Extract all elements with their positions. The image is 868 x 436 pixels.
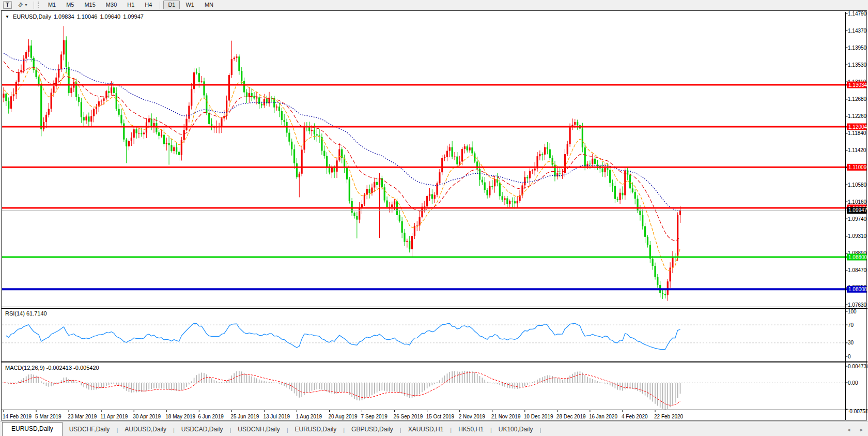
- timeframe-button-mn[interactable]: MN: [200, 1, 218, 9]
- ohlc-high: 1.10046: [77, 13, 98, 20]
- price-tick-label: 1.11420: [848, 147, 866, 153]
- chevron-down-icon: ▼: [24, 3, 28, 7]
- timeframe-button-m15[interactable]: M15: [80, 1, 100, 9]
- price-tick-label: 1.09310: [848, 233, 867, 239]
- date-tick-label: 13 Jul 2019: [263, 414, 290, 419]
- rsi-tick-label: 100: [848, 309, 857, 314]
- rsi-tick-label: 0: [848, 354, 851, 359]
- level-price-label: 1.08800: [848, 254, 867, 260]
- date-tick-label: 5 Mar 2019: [35, 414, 61, 419]
- price-tick-label: 1.08470: [848, 267, 867, 273]
- chart-tab-audusd-daily[interactable]: AUDUSD,Daily: [118, 424, 173, 436]
- level-price-label: 1.13034: [848, 82, 867, 88]
- price-tick-label: 1.07630: [848, 302, 867, 308]
- rsi-pane[interactable]: [2, 323, 848, 350]
- price-tick-label: 1.14790: [848, 11, 867, 17]
- timeframe-button-h1[interactable]: H1: [122, 1, 139, 9]
- ohlc-close: 1.09947: [123, 13, 144, 20]
- price-tick-label: 1.13950: [848, 45, 867, 51]
- candles-layer: [3, 26, 681, 300]
- macd-tick-label: -0.00758: [848, 409, 867, 414]
- macd-tick-label: 0.00: [848, 380, 858, 386]
- chart-tab-uk100-daily[interactable]: UK100,Daily: [492, 424, 540, 436]
- price-scale[interactable]: 1.147901.143701.139501.135301.131101.126…: [846, 11, 868, 420]
- toolbar-separator: [160, 2, 160, 9]
- date-tick-label: 18 May 2019: [165, 414, 195, 419]
- price-tick-label: 1.10580: [848, 182, 867, 188]
- chart-canvas[interactable]: 1.147901.143701.139501.135301.131101.126…: [2, 11, 867, 421]
- chart-tab-hk50-h1[interactable]: HK50,H1: [452, 424, 490, 436]
- trading-terminal: { "toolbar": { "text_tool_label": "T", "…: [0, 0, 868, 436]
- date-tick-label: 6 Jun 2019: [198, 414, 224, 419]
- level-price-label: 1.12004: [848, 124, 867, 130]
- diagonal-arrows-icon: ⇄: [16, 1, 24, 9]
- chart-tab-xauusd-h1[interactable]: XAUUSD,H1: [401, 424, 451, 436]
- arrow-objects-button[interactable]: ⇄ ▼: [16, 2, 30, 8]
- toolbar-separator: [34, 2, 34, 9]
- price-tick-label: 1.10160: [848, 199, 867, 205]
- date-tick-label: 14 Feb 2019: [3, 414, 32, 419]
- timeframe-button-m1[interactable]: M1: [43, 1, 60, 9]
- date-tick-label: 25 Jun 2019: [230, 414, 259, 419]
- tab-separator: |: [539, 427, 541, 436]
- rsi-tick-label: 30: [848, 340, 854, 345]
- text-tool-button[interactable]: T: [1, 1, 14, 9]
- chart-tab-gbpusd-daily[interactable]: GBPUSD,Daily: [345, 424, 400, 436]
- chart-tab-usdcnh-daily[interactable]: USDCNH,Daily: [231, 424, 286, 436]
- price-tick-label: 1.12680: [848, 96, 867, 102]
- price-tick-label: 1.12260: [848, 113, 867, 119]
- date-tick-label: 20 Aug 2019: [329, 414, 358, 419]
- date-tick-label: 26 Sep 2019: [394, 414, 423, 419]
- timeframe-button-group: M1M5M15M30H1H4D1W1MN: [43, 1, 219, 9]
- chart-tab-usdchf-daily[interactable]: USDCHF,Daily: [63, 424, 117, 436]
- date-tick-label: 2 Nov 2019: [459, 414, 486, 419]
- chart-title: ▼ EURUSD,Daily 1.09834 1.10046 1.09640 1…: [5, 13, 144, 20]
- date-tick-label: 4 Feb 2020: [622, 414, 648, 419]
- rsi-tick-label: 70: [848, 322, 854, 328]
- price-pane[interactable]: [3, 26, 681, 300]
- price-tick-label: 1.11840: [848, 130, 866, 136]
- chart-tab-usdcad-daily[interactable]: USDCAD,Daily: [175, 424, 230, 436]
- date-tick-label: 15 Oct 2019: [426, 414, 455, 419]
- timeframe-button-m5[interactable]: M5: [61, 1, 79, 9]
- chart-tab-bar: EURUSD,DailyUSDCHF,Daily|AUDUSD,Daily|US…: [0, 422, 868, 436]
- date-tick-label: 1 Aug 2019: [296, 414, 322, 419]
- tab-scroll-left-icon[interactable]: ◄: [846, 427, 851, 432]
- price-tick-label: 1.14370: [848, 28, 867, 34]
- timeframe-button-d1[interactable]: D1: [163, 1, 180, 9]
- date-tick-label: 28 Dec 2019: [556, 414, 586, 419]
- date-tick-label: 23 Mar 2019: [68, 414, 97, 419]
- chart-tabs: EURUSD,DailyUSDCHF,Daily|AUDUSD,Daily|US…: [0, 422, 541, 436]
- date-tick-label: 16 Jan 2020: [589, 414, 617, 419]
- rsi-line: [6, 323, 680, 350]
- tab-scroll-controls: ◄ ►: [846, 427, 864, 432]
- chart-symbol: EURUSD,Daily: [13, 13, 51, 20]
- title-collapse-icon: ▼: [5, 14, 9, 19]
- macd-pane[interactable]: [2, 371, 848, 410]
- slow-ma-line: [4, 53, 680, 211]
- ohlc-open: 1.09834: [54, 13, 74, 20]
- rsi-indicator-label: RSI(14) 61.7140: [5, 310, 47, 317]
- chart-tab-eurusd-daily[interactable]: EURUSD,Daily: [2, 422, 63, 436]
- macd-indicator-label: MACD(12,26,9) -0.002413 -0.005420: [5, 365, 99, 371]
- date-tick-label: 21 Nov 2019: [491, 414, 521, 419]
- date-tick-label: 30 Apr 2019: [133, 414, 161, 419]
- timeframe-button-w1[interactable]: W1: [181, 1, 199, 9]
- ohlc-low: 1.09640: [100, 13, 120, 20]
- timeframe-button-m30[interactable]: M30: [101, 1, 121, 9]
- tab-scroll-right-icon[interactable]: ►: [859, 427, 864, 432]
- chart-tab-eurusd-daily[interactable]: EURUSD,Daily: [288, 424, 344, 436]
- toolbar-grip: [38, 2, 40, 8]
- fast-ma-line: [4, 68, 680, 271]
- macd-tick-label: 0.004738: [848, 364, 867, 369]
- price-tick-label: 1.13530: [848, 62, 867, 68]
- price-tick-label: 1.09740: [848, 216, 867, 222]
- current-price-label: 1.09947: [848, 207, 867, 213]
- top-toolbar: T ⇄ ▼ M1M5M15M30H1H4D1W1MN: [0, 0, 868, 10]
- date-tick-label: 10 Dec 2019: [524, 414, 553, 419]
- timeframe-button-h4[interactable]: H4: [140, 1, 157, 9]
- date-tick-label: 22 Feb 2020: [654, 414, 684, 419]
- date-tick-label: 11 Apr 2019: [100, 414, 128, 419]
- chart-window[interactable]: 1.147901.143701.139501.135301.131101.126…: [1, 10, 867, 420]
- date-scale[interactable]: 14 Feb 20195 Mar 201923 Mar 201911 Apr 2…: [3, 410, 684, 419]
